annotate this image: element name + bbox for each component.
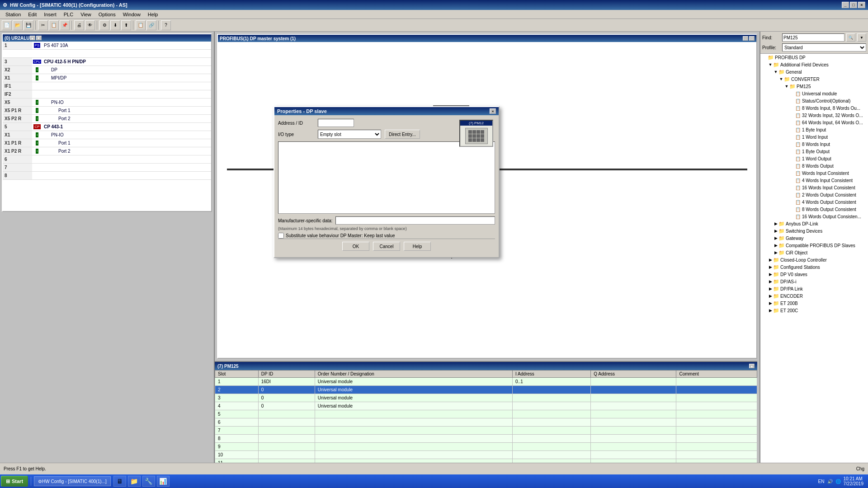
menu-options[interactable]: Options bbox=[95, 10, 119, 19]
table-row[interactable]: 6 bbox=[215, 418, 757, 427]
hw-scroll-down[interactable]: ▼ bbox=[36, 36, 42, 40]
tree-expander-30[interactable]: ▶ bbox=[768, 272, 773, 277]
comp-cp-x1p1r[interactable]: Port 1 bbox=[42, 139, 202, 147]
tree-item-7[interactable]: 📋8 Words Input, 8 Words Ou... bbox=[760, 104, 868, 112]
comp-x2[interactable]: DP bbox=[42, 66, 202, 74]
table-row[interactable]: 116DIUniversal module0..1 bbox=[215, 378, 757, 386]
tree-expander-1[interactable]: ▼ bbox=[768, 62, 773, 67]
start-button[interactable]: ⊞ Start bbox=[1, 476, 28, 487]
hw-scroll-up[interactable]: ▲ bbox=[30, 36, 35, 40]
table-row[interactable]: 20Universal module bbox=[215, 386, 757, 394]
tree-item-1[interactable]: ▼📁Additional Field Devices bbox=[760, 61, 868, 68]
io-type-select[interactable]: Empty slot bbox=[318, 130, 381, 139]
tree-item-11[interactable]: 📋1 Word Input bbox=[760, 133, 868, 141]
table-row[interactable]: 5 bbox=[215, 410, 757, 418]
tree-item-3[interactable]: ▼📁CONVERTER bbox=[760, 75, 868, 83]
table-row[interactable]: 10 bbox=[215, 451, 757, 459]
menu-view[interactable]: View bbox=[77, 10, 95, 19]
network-button[interactable]: 🔗 bbox=[146, 20, 156, 30]
tree-item-15[interactable]: 📋8 Words Output bbox=[760, 162, 868, 169]
cut-button[interactable]: ✂ bbox=[38, 20, 48, 30]
table-row[interactable]: 40Universal module bbox=[215, 402, 757, 410]
restore-button[interactable]: □ bbox=[850, 2, 857, 8]
tree-item-14[interactable]: 📋1 Word Output bbox=[760, 155, 868, 162]
taskbar-icon-2[interactable]: 📁 bbox=[128, 476, 141, 487]
cancel-button[interactable]: Cancel bbox=[373, 242, 400, 251]
tree-expander-33[interactable]: ▶ bbox=[768, 294, 773, 298]
compile-button[interactable]: ⚙ bbox=[99, 20, 109, 30]
tree-item-33[interactable]: ▶📁ENCODER bbox=[760, 292, 868, 300]
tree-item-12[interactable]: 📋8 Words Input bbox=[760, 141, 868, 148]
tree-item-34[interactable]: ▶📁ET 200B bbox=[760, 300, 868, 307]
profile-select[interactable]: Standard bbox=[782, 43, 866, 52]
tree-expander-23[interactable]: ▶ bbox=[773, 221, 778, 226]
tree-expander-2[interactable]: ▼ bbox=[773, 70, 778, 74]
help-button[interactable]: Help bbox=[404, 242, 431, 251]
tree-item-19[interactable]: 📋2 Words Output Consistent bbox=[760, 191, 868, 198]
menu-plc[interactable]: PLC bbox=[60, 10, 77, 19]
tree-item-18[interactable]: 📋16 Words Input Consistent bbox=[760, 184, 868, 191]
tree-item-17[interactable]: 📋4 Words Input Consistent bbox=[760, 177, 868, 184]
tree-item-13[interactable]: 📋1 Byte Output bbox=[760, 148, 868, 155]
tree-item-26[interactable]: ▶📁Compatible PROFIBUS DP Slaves bbox=[760, 242, 868, 249]
comp-cp-x1[interactable]: PN-IO bbox=[42, 131, 202, 139]
tree-item-23[interactable]: ▶📁Anybus DP-Link bbox=[760, 220, 868, 227]
tree-expander-28[interactable]: ▶ bbox=[768, 258, 773, 262]
save-button[interactable]: 💾 bbox=[24, 20, 33, 30]
comp-1[interactable]: PS 407 10A bbox=[42, 42, 202, 50]
ok-button[interactable]: OK bbox=[342, 242, 369, 251]
tree-expander-32[interactable]: ▶ bbox=[768, 286, 773, 291]
tree-expander-34[interactable]: ▶ bbox=[768, 301, 773, 305]
substitute-checkbox[interactable] bbox=[278, 233, 284, 239]
comp-cp-x1p2r[interactable]: Port 2 bbox=[42, 147, 202, 155]
tree-item-20[interactable]: 📋4 Words Output Consistent bbox=[760, 198, 868, 206]
tree-expander-31[interactable]: ▶ bbox=[768, 279, 773, 284]
table-row[interactable]: 8 bbox=[215, 435, 757, 443]
find-execute-button[interactable]: 🔍 bbox=[846, 33, 855, 42]
table-row[interactable]: 11 bbox=[215, 459, 757, 463]
menu-help[interactable]: Help bbox=[144, 10, 162, 19]
find-input[interactable] bbox=[782, 33, 844, 42]
tree-expander-25[interactable]: ▶ bbox=[773, 236, 778, 240]
table-row[interactable]: 30Universal module bbox=[215, 394, 757, 402]
tree-item-29[interactable]: ▶📁Configured Stations bbox=[760, 263, 868, 271]
tree-item-4[interactable]: ▼📁PM125 bbox=[760, 83, 868, 90]
help-button[interactable]: ? bbox=[161, 20, 171, 30]
taskbar-icon-4[interactable]: 📊 bbox=[157, 476, 170, 487]
tree-expander-35[interactable]: ▶ bbox=[768, 308, 773, 313]
tree-item-35[interactable]: ▶📁ET 200C bbox=[760, 307, 868, 314]
tree-item-5[interactable]: 📋Universal module bbox=[760, 90, 868, 97]
upload-button[interactable]: ⬆ bbox=[121, 20, 131, 30]
tree-item-21[interactable]: 📋8 Words Output Consistent bbox=[760, 206, 868, 213]
tree-expander-3[interactable]: ▼ bbox=[778, 77, 784, 81]
tree-expander-24[interactable]: ▶ bbox=[773, 229, 778, 233]
tree-item-9[interactable]: 📋64 Words Input, 64 Words O... bbox=[760, 119, 868, 126]
tree-item-25[interactable]: ▶📁Gateway bbox=[760, 235, 868, 242]
table-row[interactable]: 7 bbox=[215, 427, 757, 435]
menu-station[interactable]: Station bbox=[2, 10, 24, 19]
tree-item-24[interactable]: ▶📁Switching Devices bbox=[760, 227, 868, 235]
tree-item-10[interactable]: 📋1 Byte Input bbox=[760, 126, 868, 133]
menu-edit[interactable]: Edit bbox=[24, 10, 40, 19]
new-button[interactable]: 📄 bbox=[2, 20, 12, 30]
comp-3[interactable]: CPU 412-5 H PN/DP bbox=[42, 58, 202, 66]
tree-item-6[interactable]: 📋Status/Control(Optional) bbox=[760, 97, 868, 104]
tree-expander-27[interactable]: ▶ bbox=[773, 250, 778, 255]
address-id-input[interactable] bbox=[318, 119, 354, 127]
tree-item-0[interactable]: 📁PROFIBUS DP bbox=[760, 54, 868, 61]
menu-insert[interactable]: Insert bbox=[40, 10, 60, 19]
minimize-button[interactable]: _ bbox=[842, 2, 849, 8]
tree-item-2[interactable]: ▼📁General bbox=[760, 68, 868, 75]
menu-window[interactable]: Window bbox=[119, 10, 144, 19]
open-button[interactable]: 📂 bbox=[13, 20, 23, 30]
tree-expander-4[interactable]: ▼ bbox=[784, 84, 789, 89]
comp-x5p1r[interactable]: Port 1 bbox=[42, 107, 202, 115]
tree-item-27[interactable]: ▶📁CiR Object bbox=[760, 249, 868, 256]
table-scroll-up[interactable]: ▲ bbox=[749, 364, 755, 368]
tree-item-28[interactable]: ▶📁Closed-Loop Controller bbox=[760, 256, 868, 263]
copy-button[interactable]: 📋 bbox=[49, 20, 59, 30]
taskbar-icon-3[interactable]: 🔧 bbox=[142, 476, 155, 487]
tree-expander-29[interactable]: ▶ bbox=[768, 265, 773, 269]
print-preview-button[interactable]: 👁 bbox=[85, 20, 95, 30]
tree-item-32[interactable]: ▶📁DP/PA Link bbox=[760, 285, 868, 292]
